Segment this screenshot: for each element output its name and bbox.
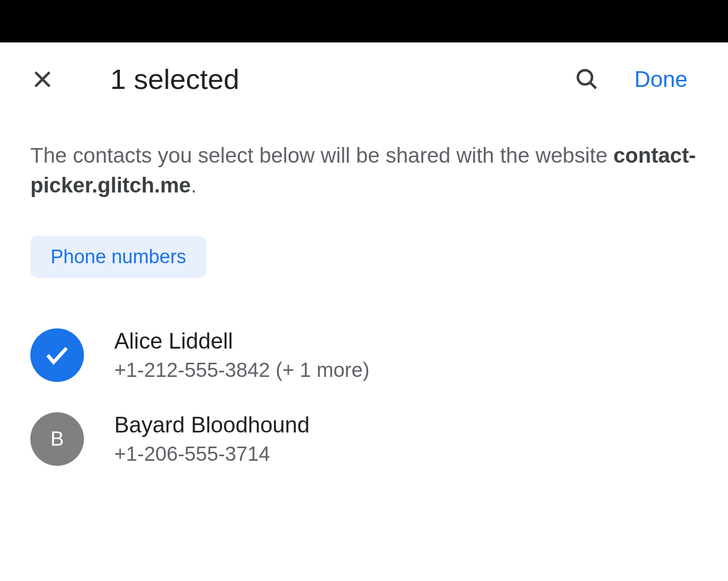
close-icon[interactable] xyxy=(30,67,55,91)
contact-avatar-selected xyxy=(30,328,84,382)
contact-picker-sheet: 1 selected Done The contacts you select … xyxy=(0,42,728,481)
header: 1 selected Done xyxy=(0,42,728,111)
description-text: The contacts you select below will be sh… xyxy=(0,111,728,221)
phone-numbers-chip[interactable]: Phone numbers xyxy=(30,236,206,278)
chip-container: Phone numbers xyxy=(0,221,728,293)
header-title: 1 selected xyxy=(110,63,575,95)
search-icon[interactable] xyxy=(575,67,599,91)
contact-phone: +1-206-555-3714 xyxy=(114,443,310,465)
status-bar xyxy=(0,0,728,42)
svg-point-2 xyxy=(578,70,592,84)
check-icon xyxy=(43,341,71,369)
contact-row[interactable]: Alice Liddell +1-212-555-3842 (+ 1 more) xyxy=(0,313,728,397)
description-prefix: The contacts you select below will be sh… xyxy=(30,143,613,167)
done-button[interactable]: Done xyxy=(634,67,688,92)
contact-avatar-letter: B xyxy=(30,412,84,466)
contact-name: Bayard Bloodhound xyxy=(114,412,310,438)
contact-row[interactable]: B Bayard Bloodhound +1-206-555-3714 xyxy=(0,397,728,481)
contact-name: Alice Liddell xyxy=(114,328,370,354)
description-suffix: . xyxy=(191,173,197,197)
contact-list: Alice Liddell +1-212-555-3842 (+ 1 more)… xyxy=(0,293,728,481)
contact-info: Bayard Bloodhound +1-206-555-3714 xyxy=(114,412,310,465)
contact-phone: +1-212-555-3842 (+ 1 more) xyxy=(114,359,370,381)
svg-line-3 xyxy=(590,82,596,88)
contact-info: Alice Liddell +1-212-555-3842 (+ 1 more) xyxy=(114,328,370,381)
